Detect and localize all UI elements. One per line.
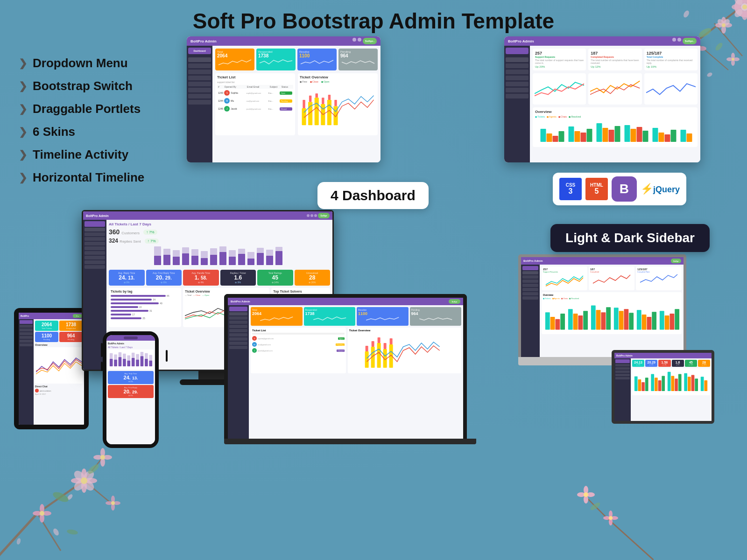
dashboard-count-badge: 4 Dashboard xyxy=(317,182,429,209)
svg-line-3 xyxy=(696,42,728,70)
svg-rect-102 xyxy=(334,100,337,106)
svg-rect-138 xyxy=(210,255,217,265)
svg-rect-126 xyxy=(154,256,161,265)
svg-rect-109 xyxy=(581,133,586,142)
svg-rect-164 xyxy=(110,359,113,366)
svg-rect-118 xyxy=(643,131,648,142)
svg-rect-99 xyxy=(327,100,331,125)
svg-rect-112 xyxy=(603,128,608,142)
svg-line-78 xyxy=(607,518,654,560)
svg-point-31 xyxy=(732,58,734,61)
svg-rect-202 xyxy=(652,312,656,329)
feature-timeline-activity: ❯ Timeline Activity xyxy=(19,147,144,162)
svg-rect-132 xyxy=(182,253,189,265)
svg-rect-223 xyxy=(701,377,704,391)
chevron-icon-1: ❯ xyxy=(19,57,27,70)
svg-rect-200 xyxy=(642,315,647,329)
svg-rect-150 xyxy=(266,256,273,265)
svg-rect-130 xyxy=(173,257,180,265)
svg-rect-157 xyxy=(377,343,381,368)
svg-rect-221 xyxy=(691,375,695,392)
svg-rect-195 xyxy=(614,308,619,329)
svg-point-61 xyxy=(40,511,44,516)
svg-rect-103 xyxy=(541,129,546,142)
svg-rect-184 xyxy=(550,317,555,329)
svg-rect-193 xyxy=(601,312,606,329)
svg-rect-201 xyxy=(647,317,651,329)
svg-rect-152 xyxy=(275,251,282,265)
svg-rect-154 xyxy=(365,346,368,351)
dashboard-preview-top-right: BoltPro Admin Softpr.. 257 Support Reque xyxy=(504,36,700,162)
svg-rect-208 xyxy=(638,379,641,391)
dashboard-preview-top-left: BoltPro Admin Softpr.. Dashboard Total xyxy=(187,36,381,162)
svg-rect-216 xyxy=(671,376,675,391)
svg-rect-172 xyxy=(127,361,130,366)
chevron-icon-5: ❯ xyxy=(19,149,27,161)
svg-rect-194 xyxy=(606,307,611,329)
svg-rect-106 xyxy=(559,131,564,142)
svg-point-84 xyxy=(584,492,588,497)
svg-rect-100 xyxy=(328,95,331,100)
svg-line-2 xyxy=(714,23,742,56)
svg-rect-148 xyxy=(257,253,264,265)
tablet-right-mockup: BoltPro Admin 24.13 ⊕ 0% 20. xyxy=(612,350,719,429)
floral-decoration-bottom-right xyxy=(560,476,654,560)
svg-rect-140 xyxy=(219,252,226,265)
svg-rect-128 xyxy=(163,255,170,265)
svg-point-71 xyxy=(111,501,115,505)
svg-rect-95 xyxy=(315,98,319,125)
svg-rect-124 xyxy=(687,133,692,142)
svg-rect-110 xyxy=(587,129,592,142)
svg-rect-185 xyxy=(555,319,560,330)
feature-bootstrap-switch: ❯ Bootstrap Switch xyxy=(19,79,144,93)
svg-rect-207 xyxy=(634,376,638,391)
svg-rect-196 xyxy=(619,311,624,329)
svg-rect-114 xyxy=(615,126,620,142)
chevron-icon-3: ❯ xyxy=(19,103,27,115)
chevron-icon-6: ❯ xyxy=(19,172,27,184)
svg-rect-104 xyxy=(547,133,552,142)
svg-rect-144 xyxy=(238,254,245,265)
svg-point-56 xyxy=(81,477,87,484)
svg-rect-113 xyxy=(609,130,614,142)
svg-rect-197 xyxy=(624,309,628,329)
tech-stack-badge: CSS 3 HTML 5 B ⚡jQuery xyxy=(553,173,686,205)
svg-point-40 xyxy=(698,26,713,39)
svg-rect-213 xyxy=(658,380,662,391)
sidebar-badge: Light & Dark Sidebar xyxy=(550,224,710,252)
monitor-base xyxy=(198,370,226,379)
svg-rect-136 xyxy=(201,258,208,265)
svg-rect-156 xyxy=(371,341,374,347)
svg-rect-107 xyxy=(569,126,574,142)
svg-point-89 xyxy=(609,516,613,520)
svg-rect-146 xyxy=(247,259,254,265)
svg-rect-166 xyxy=(114,360,117,366)
svg-rect-119 xyxy=(653,128,658,142)
svg-point-8 xyxy=(732,4,741,10)
svg-rect-218 xyxy=(678,374,682,391)
svg-point-39 xyxy=(706,72,713,78)
svg-rect-180 xyxy=(145,359,148,366)
svg-rect-142 xyxy=(229,257,236,265)
svg-rect-212 xyxy=(655,378,658,391)
svg-point-21 xyxy=(722,23,726,27)
svg-rect-170 xyxy=(123,359,126,366)
chevron-icon-4: ❯ xyxy=(19,126,27,138)
svg-point-73 xyxy=(52,528,60,537)
svg-rect-123 xyxy=(681,130,686,142)
svg-rect-120 xyxy=(659,133,664,142)
svg-rect-215 xyxy=(668,372,671,391)
svg-rect-158 xyxy=(377,337,380,343)
svg-rect-209 xyxy=(641,382,645,391)
svg-rect-217 xyxy=(675,378,678,391)
svg-rect-168 xyxy=(119,357,122,366)
laptop-hinge xyxy=(224,439,476,444)
svg-rect-115 xyxy=(625,125,630,142)
svg-rect-198 xyxy=(629,313,634,329)
svg-rect-153 xyxy=(365,351,368,368)
svg-rect-117 xyxy=(637,127,642,142)
svg-point-14 xyxy=(742,5,747,9)
svg-rect-211 xyxy=(651,374,654,391)
page-title: Soft Pro Bootstrap Admin Template xyxy=(193,8,554,34)
svg-rect-192 xyxy=(596,310,601,329)
